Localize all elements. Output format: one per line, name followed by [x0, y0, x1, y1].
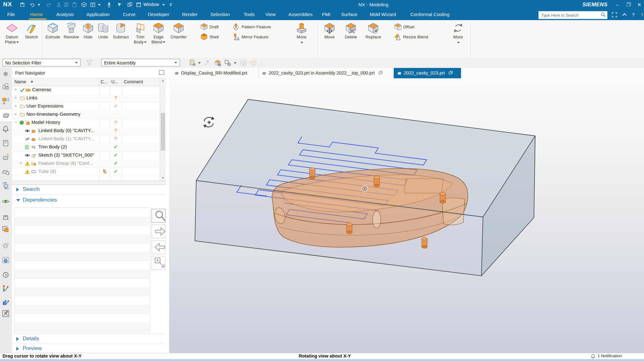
section-preview[interactable]: Preview — [12, 344, 166, 354]
tree-row-linked-body-1[interactable]: Linked Body (1) "CAVITY... ? — [12, 135, 166, 143]
search-input[interactable] — [541, 11, 600, 19]
add-level-button[interactable] — [152, 256, 165, 270]
tab-cavity-active[interactable]: 2022_cavity_023.prt — [394, 68, 461, 78]
section-search[interactable]: Search — [12, 185, 166, 195]
pattern-feature-button[interactable]: Pattern Feature — [232, 23, 271, 32]
menu-assemblies[interactable]: Assemblies — [288, 12, 313, 17]
process-navigator-icon[interactable] — [2, 181, 10, 190]
column-c[interactable]: C... — [101, 79, 108, 84]
detach-tab-icon[interactable] — [448, 69, 453, 74]
sync-more-button[interactable]: More — [450, 22, 467, 45]
selection-filter-dropdown[interactable]: No Selection Filter — [3, 59, 80, 66]
window-layout-icon[interactable] — [90, 2, 96, 8]
column-comment[interactable]: Comment — [124, 79, 143, 84]
column-name[interactable]: Name — [14, 79, 26, 84]
edge-blend-button[interactable]: Edge Blend — [150, 22, 167, 45]
tree-row-user-expressions[interactable]: + User Expressions ✓ — [12, 102, 166, 111]
visible-eye-icon[interactable] — [25, 153, 30, 158]
backward-button[interactable] — [152, 240, 165, 254]
column-u[interactable]: U... — [111, 79, 118, 84]
extrude-button[interactable]: Extrude — [44, 22, 62, 40]
sort-ascending-icon[interactable]: ▲ — [30, 79, 34, 83]
tree-row-feature-group[interactable]: + Feature Group (6) "Conf... ✓ — [12, 159, 166, 168]
tab-cavity-in-assembly[interactable]: 2022_cavity_023.prt in Assembly 2022__to… — [258, 68, 394, 78]
hidden-eye-icon[interactable] — [25, 136, 30, 142]
datum-plane-button[interactable]: Datum Plane — [3, 22, 21, 45]
tree-row-cameras[interactable]: + Cameras — [12, 86, 166, 94]
window-menu[interactable]: Window — [143, 2, 159, 7]
notifications-bell-icon[interactable] — [2, 125, 10, 134]
float-panel-icon[interactable] — [159, 70, 164, 75]
layers-icon[interactable] — [2, 225, 10, 234]
scroll-thumb[interactable] — [161, 113, 165, 151]
layout-dropdown-icon[interactable] — [98, 4, 101, 6]
window-dropdown-icon[interactable] — [162, 4, 165, 6]
menu-application[interactable]: Application — [86, 12, 109, 17]
menu-file[interactable]: File — [7, 12, 15, 17]
view-orient-icon[interactable] — [81, 2, 87, 8]
delete-button[interactable]: Delete — [342, 22, 360, 40]
help-icon[interactable]: ? — [630, 12, 636, 18]
tree-scrollbar[interactable]: ▲ ▼ — [160, 78, 166, 181]
menu-view[interactable]: View — [265, 12, 275, 17]
replace-button[interactable]: Replace — [363, 22, 384, 40]
undo-icon[interactable] — [30, 2, 35, 8]
selection-cube-icon[interactable] — [214, 59, 221, 67]
tree-row-trim-body[interactable]: Trim Body (2) ✓ — [12, 143, 166, 152]
trim-body-button[interactable]: Trim Body — [132, 22, 148, 45]
toolbar-options-icon[interactable] — [168, 2, 174, 8]
customize-icon[interactable] — [2, 309, 10, 318]
web-browser-icon[interactable] — [2, 256, 10, 265]
machining-icon[interactable] — [2, 213, 10, 222]
tree-row-model-history[interactable]: − Model History ? — [12, 119, 166, 127]
assembly-navigator-icon[interactable] — [2, 82, 10, 91]
reuse-library-icon[interactable] — [2, 153, 10, 162]
panel-splitter[interactable] — [12, 181, 166, 185]
selection-scope-dropdown[interactable]: Entire Assembly — [101, 59, 180, 66]
resize-blend-button[interactable]: Resize Blend — [394, 33, 428, 42]
notebook-icon[interactable] — [2, 139, 10, 148]
forward-button[interactable] — [152, 225, 165, 238]
undo-dropdown-icon[interactable] — [38, 4, 40, 6]
graphics-window[interactable] — [169, 79, 644, 353]
snap-dropdown-icon[interactable] — [198, 62, 201, 64]
menu-conformal-cooling[interactable]: Conformal Cooling — [410, 12, 449, 17]
draft-button[interactable]: Draft — [200, 23, 219, 32]
section-details[interactable]: Details — [12, 334, 166, 344]
add-selection-icon[interactable] — [224, 59, 231, 67]
tree-row-sketch[interactable]: Sketch (3) "SKETCH_000" ✓ — [12, 151, 166, 160]
find-component-icon[interactable] — [2, 167, 10, 176]
notification-bell-icon[interactable] — [591, 354, 596, 359]
menu-analysis[interactable]: Analysis — [56, 12, 74, 17]
minimize-button[interactable]: – — [613, 1, 622, 8]
menu-render[interactable]: Render — [182, 12, 197, 17]
scroll-down-icon[interactable]: ▼ — [161, 176, 164, 180]
find-in-dependencies-button[interactable] — [152, 209, 165, 223]
offset-button[interactable]: Offset — [394, 23, 414, 32]
tree-row-linked-body-0[interactable]: Linked Body (0) "CAVITY... ? — [12, 127, 166, 135]
menu-surface[interactable]: Surface — [341, 12, 358, 17]
close-button[interactable]: ✕ — [635, 1, 644, 8]
menu-curve[interactable]: Curve — [123, 12, 136, 17]
snap-point-icon[interactable] — [189, 59, 196, 67]
menu-pmi[interactable]: PMI — [322, 12, 330, 17]
menu-mold-wizard[interactable]: Mold Wizard — [370, 12, 396, 17]
menu-tools[interactable]: Tools — [244, 12, 255, 17]
menu-selection[interactable]: Selection — [210, 12, 230, 17]
menu-developer[interactable]: Developer — [148, 12, 169, 17]
move-button[interactable]: Move — [321, 22, 338, 40]
settings-gear-icon[interactable] — [2, 70, 10, 79]
selection-dropdown-icon[interactable] — [234, 62, 236, 64]
visible-eye-icon[interactable] — [25, 128, 30, 134]
visual-reports-icon[interactable] — [2, 197, 10, 206]
part-navigator-icon[interactable] — [0, 109, 12, 122]
systems-icon[interactable] — [2, 298, 10, 307]
dependencies-list[interactable] — [14, 208, 150, 333]
revolve-button[interactable]: Revolve — [63, 22, 80, 40]
shell-button[interactable]: Shell — [200, 33, 219, 42]
constraint-navigator-icon[interactable] — [2, 97, 10, 105]
save-icon[interactable] — [19, 2, 25, 8]
subtract-button[interactable]: Subtract — [111, 22, 130, 40]
duplicate-window-icon[interactable] — [127, 2, 133, 8]
mirror-feature-button[interactable]: Mirror Feature — [232, 33, 269, 42]
